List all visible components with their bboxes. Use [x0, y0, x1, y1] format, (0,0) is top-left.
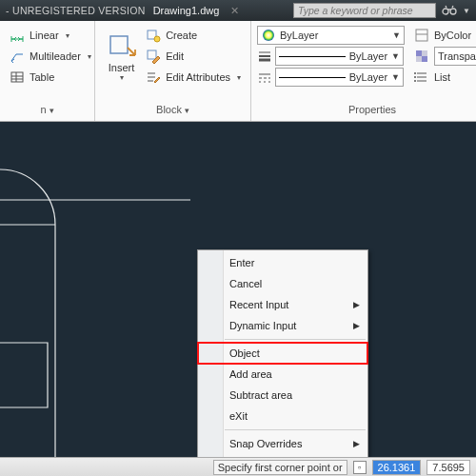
binoculars-icon[interactable] — [442, 3, 457, 18]
ribbon: Linear▾ Multileader▾ Table n▾ Insert ▾ — [0, 21, 476, 122]
create-block-icon — [146, 28, 161, 43]
linetype-icon — [257, 69, 272, 85]
create-block-button[interactable]: Create — [142, 25, 245, 46]
svg-rect-6 — [148, 50, 156, 59]
drawing-canvas[interactable]: Enter Cancel Recent Input▶ Dynamic Input… — [0, 122, 476, 457]
infocenter-search-input[interactable] — [293, 3, 436, 18]
coord-y[interactable]: 7.5695 — [426, 460, 470, 475]
context-menu: Enter Cancel Recent Input▶ Dynamic Input… — [197, 249, 368, 457]
close-tab-icon[interactable]: ✕ — [230, 5, 239, 17]
panel-title-block[interactable]: Block▾ — [101, 104, 245, 121]
linear-dimension-button[interactable]: Linear▾ — [6, 25, 89, 46]
list-button[interactable]: List — [410, 67, 476, 88]
edit-block-icon — [146, 49, 161, 64]
list-icon — [414, 69, 429, 85]
table-button[interactable]: Table — [6, 67, 89, 88]
svg-point-15 — [414, 80, 416, 82]
svg-point-7 — [263, 30, 274, 41]
table-icon — [10, 69, 25, 85]
edit-attributes-button[interactable]: Edit Attributes▾ — [142, 67, 245, 88]
command-prompt: Specify first corner point or — [213, 460, 347, 475]
edit-block-button[interactable]: Edit — [142, 46, 245, 67]
unregistered-label: - UNREGISTERED VERSION — [6, 5, 146, 16]
svg-rect-10 — [422, 56, 427, 62]
svg-point-5 — [154, 36, 160, 42]
coord-x[interactable]: 26.1361 — [372, 460, 422, 475]
color-combo[interactable]: ByLayer ▼ — [257, 26, 405, 45]
menu-recent-input[interactable]: Recent Input▶ — [198, 294, 367, 315]
dropdown-icon[interactable]: ▼ — [463, 7, 470, 15]
svg-point-13 — [414, 72, 416, 74]
menu-subtract-area[interactable]: Subtract area — [198, 385, 367, 406]
linetype-combo[interactable]: ByLayer▼ — [275, 68, 404, 87]
edit-attributes-icon — [146, 69, 161, 85]
menu-dynamic-input[interactable]: Dynamic Input▶ — [198, 315, 367, 336]
menu-cancel[interactable]: Cancel — [198, 273, 367, 294]
svg-rect-3 — [110, 36, 128, 53]
plotstyle-icon — [414, 28, 429, 43]
status-bar: Specify first corner point or ▫ 26.1361 … — [0, 457, 476, 476]
multileader-button[interactable]: Multileader▾ — [6, 46, 89, 67]
multileader-icon — [10, 49, 25, 64]
transparency-icon — [414, 49, 429, 64]
menu-snap-overrides[interactable]: Snap Overrides▶ — [198, 433, 367, 454]
insert-block-icon — [107, 30, 137, 61]
lineweight-icon — [257, 49, 272, 64]
menu-enter[interactable]: Enter — [198, 252, 367, 273]
menu-object[interactable]: Object — [198, 343, 367, 364]
svg-rect-11 — [422, 50, 427, 56]
lineweight-combo[interactable]: ByLayer▼ — [275, 47, 404, 66]
bylayer-color-icon — [261, 28, 276, 43]
transparency-button[interactable]: Transpa — [410, 46, 476, 67]
svg-rect-12 — [416, 56, 422, 62]
linear-dimension-icon — [10, 28, 25, 43]
insert-block-button[interactable]: Insert ▾ — [101, 25, 142, 88]
bycolor-button[interactable]: ByColor — [410, 25, 476, 46]
title-bar: - UNREGISTERED VERSION Drawing1.dwg ✕ ▼ — [0, 0, 476, 21]
menu-exit[interactable]: eXit — [198, 406, 367, 426]
svg-rect-8 — [416, 30, 427, 41]
panel-title-properties[interactable]: Properties — [257, 104, 476, 121]
svg-rect-2 — [11, 72, 23, 82]
svg-point-14 — [414, 76, 416, 78]
dynamic-input-toggle[interactable]: ▫ — [353, 461, 367, 474]
svg-rect-9 — [416, 50, 422, 56]
panel-title-annotate[interactable]: n▾ — [6, 104, 89, 121]
menu-add-area[interactable]: Add area — [198, 364, 367, 385]
drawing-tab[interactable]: Drawing1.dwg — [153, 5, 220, 16]
